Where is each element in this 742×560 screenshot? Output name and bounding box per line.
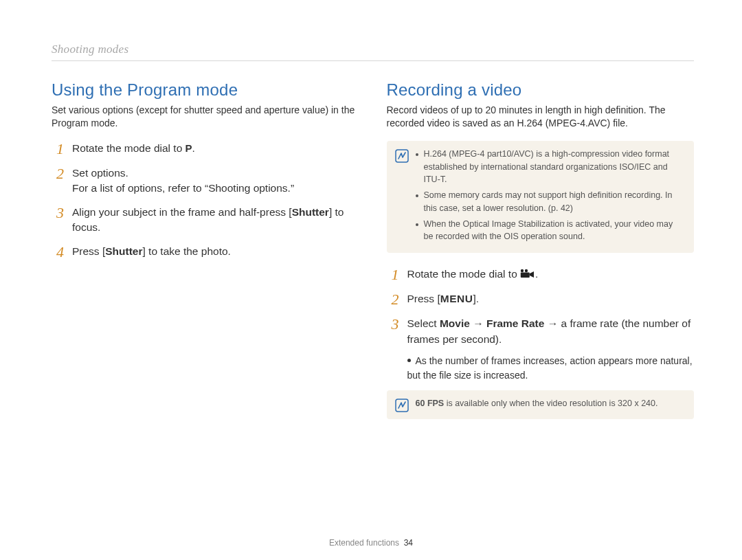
intro-program-mode: Set various options (except for shutter … [52, 104, 359, 130]
svg-point-2 [525, 269, 528, 272]
step-text: Press [Shutter] to take the photo. [72, 244, 231, 260]
steps-recording-video: 1 Rotate the mode dial to . 2 Press [MEN… [387, 267, 695, 382]
step-text: Press [MENU]. [407, 291, 480, 308]
menu-button-label: MENU [440, 293, 473, 304]
step-text: Select Movie → Frame Rate → a frame rate… [407, 316, 695, 382]
svg-rect-3 [521, 272, 530, 278]
shutter-label: Shutter [105, 245, 142, 257]
step-2: 2 Set options. For a list of options, re… [52, 166, 359, 197]
note-box-1: H.264 (MPEG-4 part10/AVC) is a high-comp… [387, 141, 695, 253]
step-1: 1 Rotate the mode dial to . [387, 267, 695, 283]
text-fragment: . [535, 268, 538, 280]
step-4: 4 Press [Shutter] to take the photo. [52, 244, 359, 260]
text-fragment: . [192, 142, 195, 154]
text-fragment: ]. [473, 293, 479, 304]
intro-recording-video: Record videos of up to 20 minutes in len… [387, 104, 695, 130]
breadcrumb: Shooting modes [52, 43, 694, 61]
page-footer: Extended functions 34 [0, 538, 742, 548]
step-number: 2 [387, 291, 399, 308]
mode-dial-p-icon: P [186, 142, 192, 154]
note-list: H.264 (MPEG-4 part10/AVC) is a high-comp… [416, 148, 685, 246]
step-2: 2 Press [MENU]. [387, 291, 695, 308]
step-text: Set options. For a list of options, refe… [72, 166, 294, 197]
step-3: 3 Select Movie → Frame Rate → a frame ra… [387, 316, 695, 382]
page-number: 34 [404, 538, 413, 548]
step-number: 1 [387, 267, 399, 283]
step-1: 1 Rotate the mode dial to P. [52, 141, 359, 157]
text-fragment: Press [ [407, 293, 440, 304]
step-number: 3 [52, 205, 64, 236]
text-fragment: For a list of options, refer to “Shootin… [72, 182, 294, 194]
shutter-label: Shutter [292, 206, 329, 218]
text-fragment: Set options. [72, 167, 128, 179]
step-text: Rotate the mode dial to . [407, 267, 539, 283]
bullet-icon [407, 359, 411, 362]
column-right: Recording a video Record videos of up to… [387, 80, 695, 433]
note-box-2: 60 FPS is available only when the video … [387, 390, 695, 419]
note-item: When the Optical Image Stabilization is … [416, 218, 685, 244]
text-fragment: is available only when the video resolut… [444, 399, 657, 408]
text-fragment: ] to take the photo. [142, 245, 230, 257]
step-3: 3 Align your subject in the frame and ha… [52, 205, 359, 236]
svg-point-1 [521, 269, 524, 272]
step-text: Align your subject in the frame and half… [72, 205, 359, 236]
step-number: 4 [52, 244, 64, 260]
mode-dial-movie-icon [520, 267, 535, 282]
text-fragment: Align your subject in the frame and half… [72, 206, 292, 218]
text-fragment: Rotate the mode dial to [407, 268, 521, 280]
step-number: 3 [387, 316, 399, 382]
step-number: 1 [52, 141, 64, 157]
note-icon [395, 399, 409, 412]
fps-label: 60 FPS [416, 399, 445, 408]
step-text: Rotate the mode dial to P. [72, 141, 195, 157]
text-fragment: Select [407, 317, 440, 329]
column-left: Using the Program mode Set various optio… [52, 80, 359, 433]
two-column-layout: Using the Program mode Set various optio… [52, 80, 694, 433]
note-text: 60 FPS is available only when the video … [416, 397, 658, 412]
text-fragment: Rotate the mode dial to [72, 142, 186, 154]
note-icon [395, 149, 409, 163]
heading-program-mode: Using the Program mode [52, 80, 359, 100]
frame-rate-label: Frame Rate [486, 317, 544, 329]
note-item: H.264 (MPEG-4 part10/AVC) is a high-comp… [416, 148, 685, 186]
movie-label: Movie [440, 317, 470, 329]
text-fragment: Press [ [72, 245, 105, 257]
arrow-icon: → [544, 317, 561, 329]
manual-page: Shooting modes Using the Program mode Se… [0, 0, 742, 560]
note-item: Some memory cards may not support high d… [416, 189, 685, 215]
steps-program-mode: 1 Rotate the mode dial to P. 2 Set optio… [52, 141, 359, 260]
step-bullet: As the number of frames increases, actio… [407, 354, 695, 382]
heading-recording-video: Recording a video [387, 80, 695, 100]
step-number: 2 [52, 166, 64, 197]
text-fragment: As the number of frames increases, actio… [407, 355, 693, 380]
arrow-icon: → [470, 317, 486, 329]
footer-section-label: Extended functions [329, 538, 399, 548]
